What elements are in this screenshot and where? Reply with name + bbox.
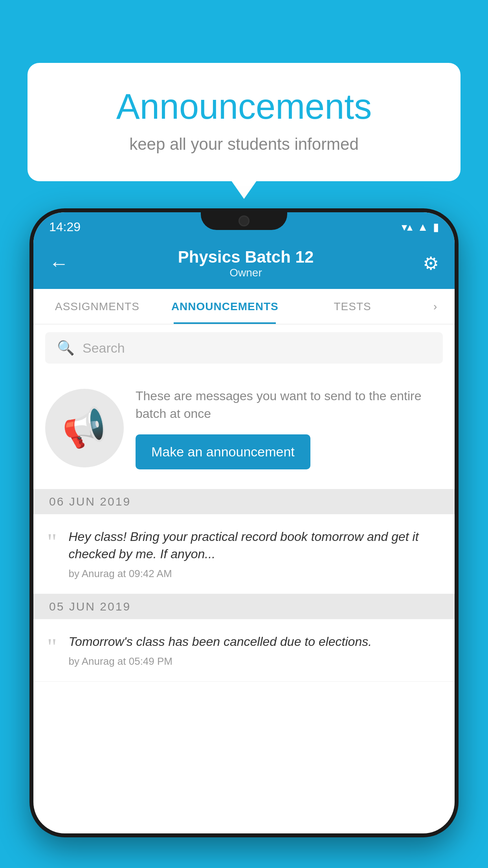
back-button[interactable]: ← xyxy=(49,252,69,275)
announcement-promo: 📢 These are messages you want to send to… xyxy=(33,371,455,485)
app-bar-title: Physics Batch 12 xyxy=(178,248,314,267)
phone-notch xyxy=(201,208,287,230)
promo-description: These are messages you want to send to t… xyxy=(136,387,443,423)
phone-shell: 14:29 ▾▴ ▲ ▮ ← Physics Batch 12 Owner ⚙ … xyxy=(29,208,459,837)
app-bar-subtitle: Owner xyxy=(178,267,314,279)
signal-icon: ▲ xyxy=(417,221,428,234)
announcement-content-2: Tomorrow's class has been cancelled due … xyxy=(69,633,441,668)
settings-icon[interactable]: ⚙ xyxy=(423,253,439,274)
announcement-content-1: Hey class! Bring your practical record b… xyxy=(69,528,441,580)
announcement-message-2: Tomorrow's class has been cancelled due … xyxy=(69,633,441,651)
app-bar-title-group: Physics Batch 12 Owner xyxy=(178,248,314,279)
search-icon: 🔍 xyxy=(57,340,75,356)
wifi-icon: ▾▴ xyxy=(402,221,413,234)
battery-icon: ▮ xyxy=(433,221,439,234)
announcement-meta-2: by Anurag at 05:49 PM xyxy=(69,655,441,668)
megaphone-icon: 📢 xyxy=(59,404,110,452)
quote-icon-2: " xyxy=(47,635,57,658)
tab-announcements[interactable]: ANNOUNCEMENTS xyxy=(161,289,289,324)
promo-icon-circle: 📢 xyxy=(45,389,124,467)
speech-bubble-subtitle: keep all your students informed xyxy=(59,135,429,154)
search-placeholder: Search xyxy=(83,340,125,356)
announcement-item-1[interactable]: " Hey class! Bring your practical record… xyxy=(33,514,455,594)
search-bar[interactable]: 🔍 Search xyxy=(45,332,443,364)
speech-bubble: Announcements keep all your students inf… xyxy=(28,63,460,181)
tab-tests[interactable]: TESTS xyxy=(289,289,416,324)
speech-bubble-container: Announcements keep all your students inf… xyxy=(28,63,460,181)
promo-text-area: These are messages you want to send to t… xyxy=(136,387,443,469)
search-bar-container: 🔍 Search xyxy=(33,324,455,371)
tabs-bar: ASSIGNMENTS ANNOUNCEMENTS TESTS › xyxy=(33,289,455,324)
front-camera xyxy=(238,215,250,226)
phone-screen: 14:29 ▾▴ ▲ ▮ ← Physics Batch 12 Owner ⚙ … xyxy=(33,212,455,833)
status-icons: ▾▴ ▲ ▮ xyxy=(402,221,439,234)
date-separator-text-jun6: 06 JUN 2019 xyxy=(49,495,131,508)
announcement-meta-1: by Anurag at 09:42 AM xyxy=(69,568,441,580)
make-announcement-button[interactable]: Make an announcement xyxy=(136,434,310,469)
date-separator-jun5: 05 JUN 2019 xyxy=(33,594,455,619)
date-separator-text-jun5: 05 JUN 2019 xyxy=(49,600,131,613)
speech-bubble-title: Announcements xyxy=(59,86,429,127)
tab-more[interactable]: › xyxy=(416,289,455,324)
quote-icon-1: " xyxy=(47,530,57,554)
tab-assignments[interactable]: ASSIGNMENTS xyxy=(33,289,161,324)
announcement-item-2[interactable]: " Tomorrow's class has been cancelled du… xyxy=(33,619,455,682)
screen-content: 🔍 Search 📢 These are messages you want t… xyxy=(33,324,455,833)
announcement-message-1: Hey class! Bring your practical record b… xyxy=(69,528,441,563)
date-separator-jun6: 06 JUN 2019 xyxy=(33,489,455,514)
phone-mockup: 14:29 ▾▴ ▲ ▮ ← Physics Batch 12 Owner ⚙ … xyxy=(29,208,459,837)
app-bar: ← Physics Batch 12 Owner ⚙ xyxy=(33,238,455,289)
status-time: 14:29 xyxy=(49,220,81,234)
